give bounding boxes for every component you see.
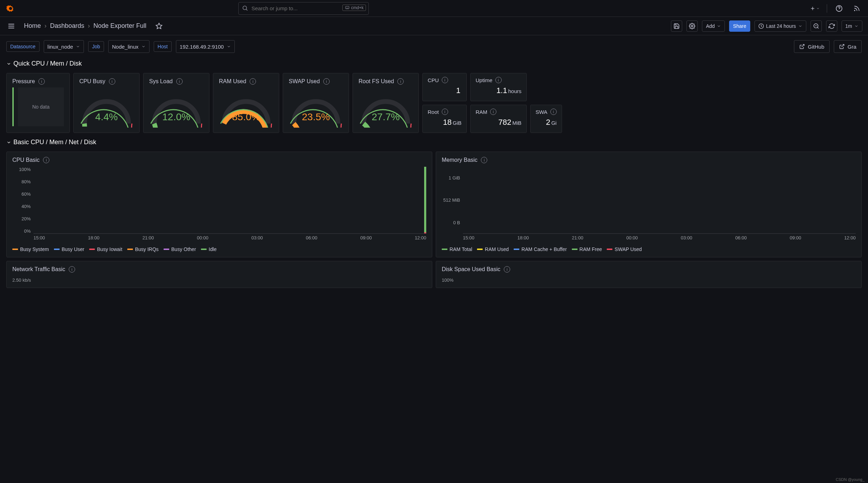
info-icon[interactable]: i [550,109,557,115]
x-axis: 15:0018:0021:0000:0003:0006:0009:0012:00 [33,235,426,244]
var-datasource-label: Datasource [6,41,39,52]
chevron-right-icon: › [88,22,90,30]
info-icon[interactable]: i [176,78,183,85]
no-data-label: No data [18,87,64,126]
bottom-row: Network Traffic Basici 2.50 kb/s Disk Sp… [0,261,868,292]
var-job-select[interactable]: Node_linux [108,40,149,53]
var-datasource-select[interactable]: linux_node [44,40,84,53]
top-bar: cmd+k [0,0,868,17]
svg-point-0 [9,7,12,10]
news-button[interactable] [851,3,862,14]
var-host-label: Host [154,41,172,52]
var-host-select[interactable]: 192.168.49.2:9100 [176,40,235,53]
legend-item[interactable]: RAM Used [477,246,509,252]
info-icon[interactable]: i [397,78,404,85]
crumb-home[interactable]: Home [24,22,41,30]
graph-row: CPU Basici 100%80%60%40%20%0% 15:0018:00… [0,148,868,261]
legend: RAM TotalRAM UsedRAM Cache + BufferRAM F… [442,246,856,252]
star-button[interactable] [153,20,165,32]
panel-cpu-busy[interactable]: CPU Busyi 4.4% [73,73,140,133]
info-icon[interactable]: i [495,77,502,83]
panel-ram-size[interactable]: RAMi 782MiB [470,105,527,133]
chevron-right-icon: › [44,22,47,30]
legend-item[interactable]: RAM Cache + Buffer [514,246,567,252]
panel-root-fs[interactable]: Root FS Usedi 27.7% [353,73,419,133]
legend-item[interactable]: Busy Iowait [89,246,122,252]
legend-item[interactable]: Idle [201,246,217,252]
info-icon[interactable]: i [323,78,330,85]
info-icon[interactable]: i [490,109,496,115]
info-icon[interactable]: i [442,77,448,83]
legend-item[interactable]: Busy System [12,246,49,252]
help-button[interactable] [833,3,845,14]
panel-memory-basic[interactable]: Memory Basici 1 GiB512 MiB0 B 15:0018:00… [436,152,862,257]
info-icon[interactable]: i [481,157,487,163]
legend: Busy SystemBusy UserBusy IowaitBusy IRQs… [12,246,426,252]
legend-item[interactable]: Busy IRQs [127,246,159,252]
save-button[interactable] [671,20,682,32]
info-icon[interactable]: i [442,109,448,115]
y-tick: 100% [442,277,856,283]
create-menu[interactable] [809,3,820,14]
svg-line-2 [246,9,247,10]
var-job-label: Job [88,41,104,52]
panel-cpu-basic[interactable]: CPU Basici 100%80%60%40%20%0% 15:0018:00… [6,152,432,257]
legend-item[interactable]: Busy Other [164,246,196,252]
divider [827,4,827,13]
y-tick: 2.50 kb/s [12,277,426,283]
panel-swap-used[interactable]: SWAP Usedi 23.5% [283,73,349,133]
legend-item[interactable]: RAM Total [442,246,472,252]
panel-sys-load[interactable]: Sys Loadi 12.0% [143,73,209,133]
plot-area[interactable] [33,167,426,234]
svg-point-9 [854,10,855,11]
settings-button[interactable] [686,20,698,32]
y-axis: 100%80%60%40%20%0% [12,167,33,234]
panel-pressure[interactable]: Pressurei No data [6,73,70,133]
panel-ram-used[interactable]: RAM Usedi 85.0% [213,73,279,133]
dashboard-variables: Datasource linux_node Job Node_linux Hos… [0,35,868,58]
stats-col-1: CPUi 1 Rooti 18GiB [422,73,467,133]
time-range-picker[interactable]: Last 24 hours [754,20,806,32]
legend-item[interactable]: RAM Free [572,246,602,252]
share-button[interactable]: Share [729,20,750,32]
info-icon[interactable]: i [504,266,510,273]
search-kbd-hint: cmd+k [342,5,366,11]
crumb-current[interactable]: Node Exporter Full [93,22,146,30]
svg-point-1 [243,6,247,10]
refresh-interval[interactable]: 1m [842,20,862,32]
panel-disk-basic[interactable]: Disk Space Used Basici 100% [436,261,862,288]
y-axis: 1 GiB512 MiB0 B [442,167,463,234]
info-icon[interactable]: i [38,78,45,85]
info-icon[interactable]: i [250,78,256,85]
legend-item[interactable]: Busy User [54,246,85,252]
link-grafana[interactable]: Gra [834,40,862,53]
legend-item[interactable]: SWAP Used [607,246,642,252]
panel-swap-size[interactable]: SWAi 2Gi [530,105,562,133]
stats-col-2: Uptimei 1.1hours RAMi 782MiB [470,73,527,133]
topbar-right [809,3,862,14]
dashboard-nav: Home › Dashboards › Node Exporter Full A… [0,17,868,35]
panel-network-basic[interactable]: Network Traffic Basici 2.50 kb/s [6,261,432,288]
link-github[interactable]: GitHub [794,40,830,53]
svg-line-20 [842,44,844,47]
row-basic-toggle[interactable]: Basic CPU / Mem / Net / Disk [0,136,868,148]
add-button[interactable]: Add [702,20,725,32]
x-axis: 15:0018:0021:0000:0003:0006:0009:0012:00 [463,235,856,244]
plot-area[interactable] [463,167,856,234]
info-icon[interactable]: i [43,157,49,163]
zoom-out-button[interactable] [811,20,822,32]
panel-root-size[interactable]: Rooti 18GiB [422,105,467,133]
svg-point-14 [691,25,693,27]
info-icon[interactable]: i [69,266,75,273]
panel-uptime[interactable]: Uptimei 1.1hours [470,73,527,101]
svg-line-17 [817,27,818,28]
row-quick-toggle[interactable]: Quick CPU / Mem / Disk [0,58,868,69]
panel-cpu-count[interactable]: CPUi 1 [422,73,467,101]
info-icon[interactable]: i [109,78,115,85]
crumb-dashboards[interactable]: Dashboards [50,22,84,30]
refresh-button[interactable] [826,20,837,32]
menu-toggle[interactable] [6,20,17,32]
grafana-logo[interactable] [6,4,16,13]
svg-rect-3 [346,6,349,9]
search-icon [242,5,248,11]
